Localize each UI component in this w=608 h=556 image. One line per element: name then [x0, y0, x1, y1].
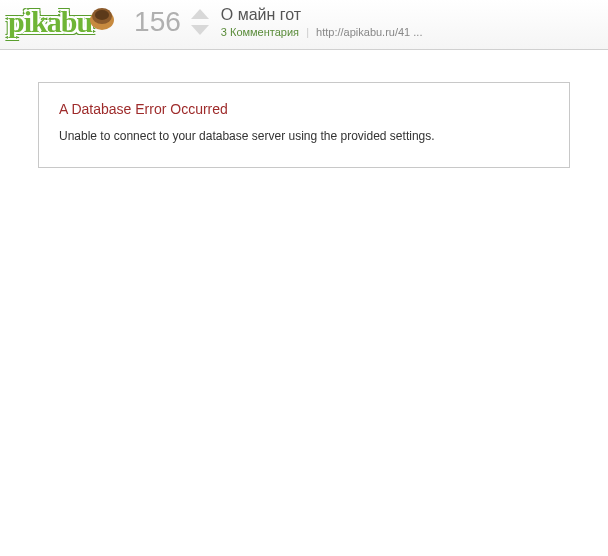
vote-count: 156 [134, 6, 181, 38]
error-box: A Database Error Occurred Unable to conn… [38, 82, 570, 168]
post-info: О майн гот 3 Комментария | http://apikab… [221, 6, 423, 38]
site-logo[interactable]: pikabu [8, 4, 116, 39]
site-header: pikabu 156 О майн гот 3 Комментария | ht… [0, 0, 608, 50]
source-url-link[interactable]: http://apikabu.ru/41 ... [316, 26, 422, 38]
cookie-icon [88, 4, 116, 39]
error-title: A Database Error Occurred [59, 101, 549, 117]
error-message: Unable to connect to your database serve… [59, 129, 549, 143]
svg-point-2 [95, 10, 109, 20]
logo-text: pikabu [8, 5, 92, 39]
post-title[interactable]: О майн гот [221, 6, 423, 24]
meta-separator: | [306, 26, 309, 38]
upvote-icon[interactable] [191, 9, 209, 19]
vote-controls [191, 9, 209, 35]
comments-link[interactable]: 3 Комментария [221, 26, 299, 38]
post-meta: 3 Комментария | http://apikabu.ru/41 ... [221, 26, 423, 38]
content-area: A Database Error Occurred Unable to conn… [0, 50, 608, 200]
downvote-icon[interactable] [191, 25, 209, 35]
